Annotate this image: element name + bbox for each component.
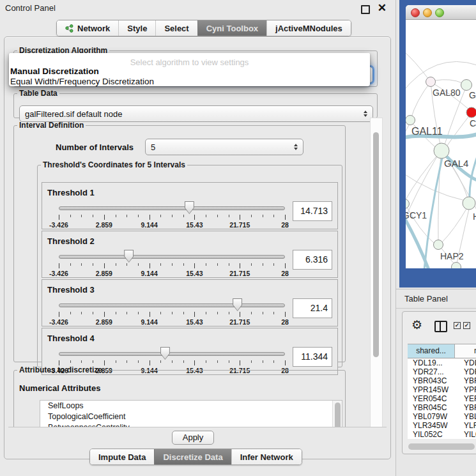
columns-icon[interactable] [434,321,447,332]
slider-tick-label: 2.859 [96,270,112,277]
table-cell: YBR045C [408,403,460,412]
threshold-panel: Threshold 1-3.4262.8599.14415.4321.71528… [42,182,338,229]
network-edge[interactable] [406,50,431,82]
table-row[interactable]: YLR345WYLR3 [408,421,476,430]
network-node[interactable] [463,197,475,210]
network-node[interactable] [466,107,476,118]
algorithm-option-manual[interactable]: Manual Discretization [10,66,99,76]
close-window-icon[interactable]: ✕ [378,2,387,15]
slider-tick [150,215,150,220]
slider-tick [251,360,252,363]
settings-vertical-scrollbar[interactable] [370,118,383,427]
slider-tick [285,360,286,365]
table-row[interactable]: YIL052CYIL0 [408,430,476,439]
scrollbar-thumb[interactable] [373,132,379,357]
threshold-value-field[interactable]: 11.344 [293,347,332,367]
table-horizontal-scrollbar[interactable] [408,443,475,450]
tab-network[interactable]: Network [57,20,118,36]
apply-button[interactable]: Apply [172,431,214,445]
tab-jactivemnodules[interactable]: jActiveMNodules [266,20,351,36]
attribute-list-item[interactable]: TopologicalCoefficient [40,411,342,422]
network-node[interactable] [406,116,415,125]
select-all-checkbox-icon[interactable]: ✓ [454,322,461,329]
float-window-icon[interactable] [361,5,370,14]
slider-handle[interactable] [233,298,242,311]
table-row[interactable]: YBL079WYBL0 [408,412,476,421]
threshold-slider[interactable]: -3.4262.8599.14415.4321.71528 [59,198,285,227]
table-cell: YPR145W [408,385,460,394]
tab-impute-data[interactable]: Impute Data [90,449,154,464]
network-node[interactable] [426,77,436,87]
slider-handle[interactable] [185,201,194,214]
table-cell: YBL079W [408,412,460,421]
scrollbar-thumb[interactable] [335,403,341,427]
table-cell: YPR1 [460,385,476,394]
slider-tick [93,263,93,266]
slider-tick [240,263,240,268]
network-node-label: GAL [469,90,476,100]
settings-scroll-area: Interval Definition Number of Intervals … [8,118,387,427]
slider-handle[interactable] [124,250,134,263]
zoom-traffic-light-icon[interactable] [435,8,444,17]
slider-tick [104,215,105,220]
table-row[interactable]: YDL19...YDL1 [408,358,476,367]
network-node[interactable] [434,240,443,250]
close-traffic-light-icon[interactable] [411,8,420,17]
network-canvas[interactable]: GAL80GALCGAL11GAL4GCY1HAHAP2 [406,19,476,268]
num-intervals-combobox[interactable]: 5 [145,139,303,155]
table-row[interactable]: YER054CYER0 [408,394,476,403]
slider-tick-label: 21.715 [229,221,250,229]
table-row[interactable]: YBR045CYBR0 [408,403,476,412]
attribute-list-item[interactable]: SelfLoops [40,401,342,411]
tab-style[interactable]: Style [118,20,155,36]
network-edge[interactable] [435,80,463,83]
tab-select[interactable]: Select [155,20,197,36]
slider-tick [240,360,240,365]
slider-tick [217,360,218,363]
algorithm-option-equal-width[interactable]: Equal Width/Frequency Discretization [10,77,154,86]
slider-handle[interactable] [160,347,170,360]
network-node[interactable] [406,199,410,209]
tab-label: jActiveMNodules [275,24,342,33]
table-cell: YDL1 [460,358,476,367]
threshold-value-field[interactable]: 14.713 [293,201,332,221]
network-window-titlebar [406,5,476,20]
slider-track [59,206,285,210]
minimize-traffic-light-icon[interactable] [423,8,432,17]
network-edge[interactable] [441,206,468,243]
tab-cyni-toolbox[interactable]: Cyni Toolbox [197,20,266,36]
slider-tick [263,215,263,217]
tab-label: Infer Network [240,452,293,462]
slider-tick [251,263,252,266]
threshold-value-field[interactable]: 6.316 [293,250,332,270]
network-node[interactable] [461,80,472,91]
scrollbar-thumb[interactable] [408,443,475,450]
slider-tick [183,312,184,314]
attributes-list-scrollbar[interactable] [332,401,342,427]
gear-icon[interactable]: ⚙ [411,318,422,332]
slider-tick [127,263,127,266]
network-node[interactable] [434,143,449,158]
tab-discretize-data[interactable]: Discretize Data [154,449,231,464]
slider-tick [160,263,161,266]
column-header[interactable]: shared... [408,344,455,358]
slider-tick [59,360,59,365]
select-all-checkbox-icon[interactable]: ✓ [463,322,470,329]
threshold-slider[interactable]: -3.4262.8599.14415.4321.71528 [59,247,285,276]
threshold-value-field[interactable]: 21.4 [293,298,332,318]
tab-infer-network[interactable]: Infer Network [231,449,302,464]
slider-tick [116,312,116,314]
slider-tick [160,215,161,217]
table-row[interactable]: YPR145WYPR1 [408,385,476,394]
network-view-window: GAL80GALCGAL11GAL4GCY1HAHAP2 [406,5,476,268]
numerical-attributes-list[interactable]: SelfLoopsTopologicalCoefficientBetweenne… [40,400,342,427]
network-edge[interactable] [447,114,471,146]
column-header[interactable]: na [455,344,476,358]
network-edge[interactable] [411,82,431,119]
slider-tick [81,215,82,217]
table-row[interactable]: YBR043CYBR0 [408,376,476,385]
attribute-list-item[interactable]: BetweennessCentrality [40,422,342,427]
network-node[interactable] [452,263,461,269]
table-row[interactable]: YDR27...YDR2 [408,367,476,376]
threshold-slider[interactable]: -3.4262.8599.14415.4321.71528 [59,295,285,325]
